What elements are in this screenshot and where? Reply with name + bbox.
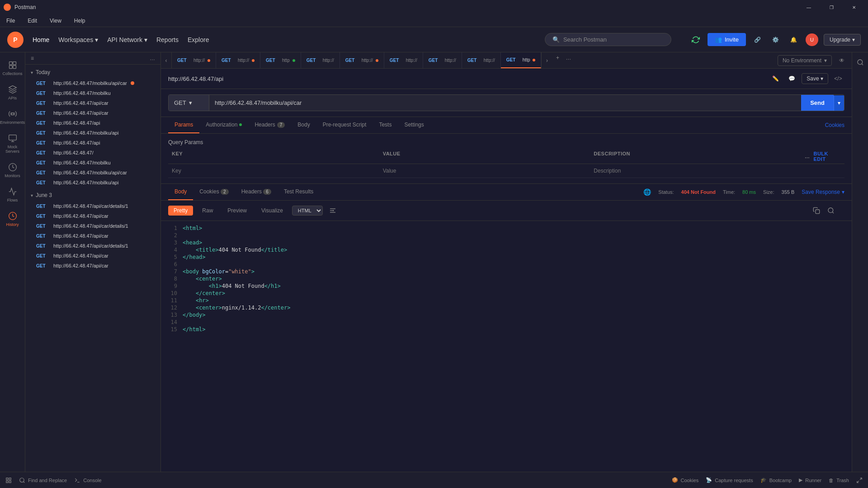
sidebar-item-collections[interactable]: Collections (0, 56, 25, 80)
tab-1[interactable]: GET http:// (172, 52, 216, 68)
cookies-bottom-button[interactable]: 🍪 Cookies (672, 477, 699, 483)
settings-icon[interactable]: ⚙️ (769, 33, 782, 46)
tab-body[interactable]: Body (291, 117, 316, 133)
tab-7[interactable]: GET http:// (423, 52, 462, 68)
sync-icon[interactable] (689, 33, 702, 46)
user-avatar[interactable]: U (806, 33, 818, 46)
description-input[interactable] (594, 166, 801, 176)
tab-6[interactable]: GET http:// (384, 52, 423, 68)
environment-eye-button[interactable]: 👁 (835, 54, 848, 67)
filter-icon[interactable]: ≡ (31, 55, 34, 61)
list-item[interactable]: GET http://66.42.48.47/api/car/details/1 (25, 201, 160, 211)
list-item[interactable]: GET http://66.42.48.47/api/car (25, 211, 160, 221)
console-button[interactable]: Console (74, 477, 101, 483)
tab-scroll-right[interactable]: › (541, 52, 552, 69)
edit-icon[interactable]: ✏️ (769, 72, 782, 85)
nav-workspaces[interactable]: Workspaces ▾ (58, 36, 98, 43)
history-group-june3-header[interactable]: ▾ June 3 (25, 189, 160, 201)
find-replace-button[interactable]: Find and Replace (19, 477, 67, 483)
list-item[interactable]: GET http://66.42.48.47/api/car (25, 108, 160, 118)
tab-params[interactable]: Params (168, 117, 199, 133)
more-options-icon[interactable]: … (150, 55, 155, 61)
new-tab-button[interactable]: + (552, 52, 563, 63)
copy-response-button[interactable] (810, 204, 823, 217)
list-item[interactable]: GET http://66.42.48.47/api (25, 138, 160, 148)
notifications-icon[interactable]: 🔔 (788, 33, 800, 46)
nav-api-network[interactable]: API Network ▾ (107, 36, 147, 43)
tab-5[interactable]: GET http:// (340, 52, 384, 68)
format-pretty-button[interactable]: Pretty (168, 206, 193, 216)
list-item[interactable]: GET http://66.42.48.47/mobilku/api (25, 178, 160, 188)
tab-8[interactable]: GET http:// (462, 52, 501, 68)
format-type-selector[interactable]: HTML JSON XML (292, 206, 323, 216)
comment-icon[interactable]: 💬 (785, 72, 798, 85)
close-button[interactable]: ✕ (844, 0, 864, 14)
capture-requests-button[interactable]: 📡 Capture requests (706, 477, 753, 483)
minimize-button[interactable]: — (798, 0, 819, 14)
format-raw-button[interactable]: Raw (197, 206, 218, 216)
tab-2[interactable]: GET http:// (216, 52, 260, 68)
list-item[interactable]: GET http://66.42.48.47/api/car/details/1 (25, 221, 160, 231)
trash-button[interactable]: 🗑 Trash (829, 478, 849, 483)
search-response-button[interactable] (825, 204, 837, 217)
resp-tab-cookies[interactable]: Cookies 2 (193, 184, 235, 200)
right-panel-icon-1[interactable] (854, 56, 867, 69)
tab-authorization[interactable]: Authorization (199, 117, 248, 133)
tab-4[interactable]: GET http:// (301, 52, 340, 68)
menu-file[interactable]: File (4, 17, 18, 25)
list-item[interactable]: GET http://66.42.48.47/mobilku/api (25, 128, 160, 138)
history-group-today-header[interactable]: ▾ Today (25, 66, 160, 78)
key-input[interactable] (172, 166, 379, 176)
list-item[interactable]: GET http://66.42.48.47/api/car (25, 98, 160, 108)
sidebar-item-environments[interactable]: Environments (0, 105, 25, 129)
tab-more-options[interactable]: … (563, 52, 574, 63)
code-icon[interactable]: </> (832, 72, 844, 85)
tab-scroll-left[interactable]: ‹ (161, 52, 172, 69)
more-icon[interactable]: … (805, 154, 810, 159)
list-item[interactable]: GET http://66.42.48.47/api/car (25, 251, 160, 261)
environment-selector[interactable]: No Environment ▾ (778, 55, 832, 66)
maximize-button[interactable]: ❐ (821, 0, 842, 14)
nav-home[interactable]: Home (33, 36, 49, 43)
tab-tests[interactable]: Tests (373, 117, 398, 133)
sidebar-item-history[interactable]: History (0, 207, 25, 231)
bulk-edit-label[interactable]: Bulk Edit (813, 151, 841, 162)
save-button[interactable]: Save ▾ (802, 73, 828, 84)
send-button[interactable]: Send (801, 95, 834, 111)
list-item[interactable]: GET http://66.42.48.47/mobilku/api/car (25, 78, 160, 88)
list-item[interactable]: GET http://66.42.48.47/api/car (25, 231, 160, 241)
value-input[interactable] (383, 166, 590, 176)
list-item[interactable]: GET http://66.42.48.47/ (25, 148, 160, 158)
nav-reports[interactable]: Reports (156, 36, 179, 43)
sidebar-item-mock-servers[interactable]: Mock Servers (0, 129, 25, 158)
sidebar-item-apis[interactable]: APIs (0, 80, 25, 105)
sidebar-item-flows[interactable]: Flows (0, 183, 25, 207)
menu-help[interactable]: Help (71, 17, 88, 25)
wrap-lines-icon[interactable] (326, 204, 339, 217)
format-preview-button[interactable]: Preview (222, 206, 252, 216)
nav-explore[interactable]: Explore (188, 36, 209, 43)
list-item[interactable]: GET http://66.42.48.47/api/car (25, 261, 160, 271)
tab-headers[interactable]: Headers 7 (248, 117, 291, 133)
list-item[interactable]: GET http://66.42.48.47/mobilku (25, 158, 160, 168)
layout-toggle[interactable] (5, 477, 12, 483)
format-visualize-button[interactable]: Visualize (256, 206, 288, 216)
menu-edit[interactable]: Edit (25, 17, 40, 25)
save-response-button[interactable]: Save Response ▾ (802, 189, 844, 195)
method-selector[interactable]: GET ▾ (169, 95, 209, 111)
upgrade-button[interactable]: Upgrade ▾ (824, 34, 861, 46)
send-dropdown-button[interactable]: ▾ (834, 95, 844, 111)
cookies-link[interactable]: Cookies (825, 122, 844, 128)
list-item[interactable]: GET http://66.42.48.47/api (25, 118, 160, 128)
link-icon[interactable]: 🔗 (751, 33, 764, 46)
resp-tab-body[interactable]: Body (168, 184, 193, 200)
list-item[interactable]: GET http://66.42.48.47/mobilku/api/car (25, 168, 160, 178)
tab-3[interactable]: GET http (260, 52, 301, 68)
bootcamp-button[interactable]: 🎓 Bootcamp (760, 477, 792, 483)
runner-button[interactable]: ▶ Runner (799, 477, 821, 483)
invite-button[interactable]: 👥 Invite (708, 33, 746, 46)
resp-tab-test-results[interactable]: Test Results (278, 184, 320, 200)
list-item[interactable]: GET http://66.42.48.47/mobilku (25, 88, 160, 98)
resp-tab-headers[interactable]: Headers 6 (235, 184, 278, 200)
search-bar[interactable]: 🔍 Search Postman (545, 33, 671, 46)
